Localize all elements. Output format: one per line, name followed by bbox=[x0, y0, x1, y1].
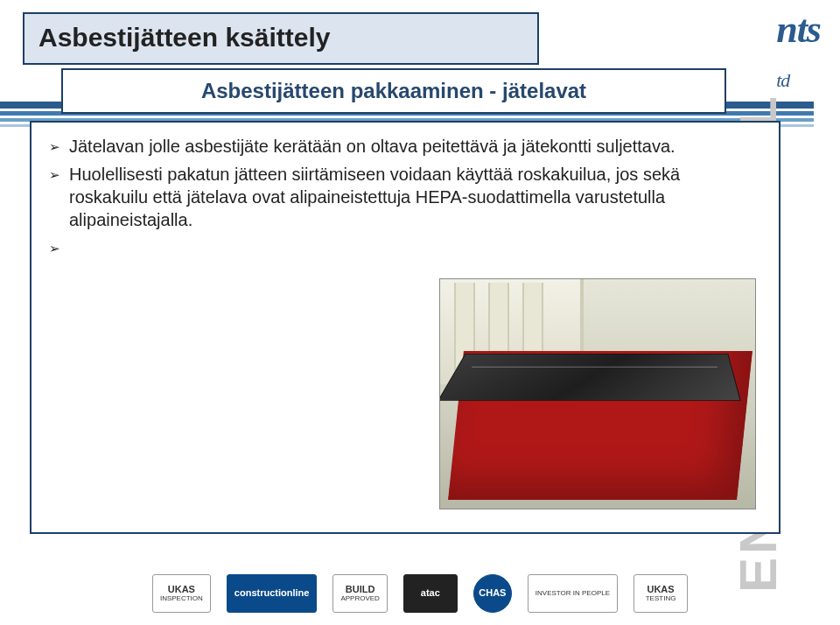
slide: nts td ENVIRONMENTAL Asbestijätteen ksäi… bbox=[0, 0, 840, 625]
bullet-marker-icon: ➢ bbox=[49, 163, 60, 184]
bullet-text: Huolellisesti pakatun jätteen siirtämise… bbox=[69, 163, 761, 231]
page-subtitle: Asbestijätteen pakkaaminen - jätelavat bbox=[77, 79, 710, 103]
logo-investor-in-people: INVESTOR IN PEOPLE bbox=[528, 574, 618, 613]
bullet-item: ➢ Jätelavan jolle asbestijäte kerätään o… bbox=[49, 135, 761, 158]
bullet-marker-icon: ➢ bbox=[49, 236, 60, 257]
brand-suffix: nts bbox=[776, 8, 821, 51]
brand-logo-fragment: nts td bbox=[776, 7, 821, 96]
bullet-item: ➢ Huolellisesti pakatun jätteen siirtämi… bbox=[49, 163, 761, 231]
page-title: Asbestijätteen ksäittely bbox=[38, 23, 523, 53]
bullet-text: Jätelavan jolle asbestijäte kerätään on … bbox=[69, 135, 761, 158]
logo-chas: CHAS bbox=[473, 574, 512, 613]
skip-lid-shape bbox=[439, 354, 741, 401]
brand-ltd: td bbox=[776, 69, 789, 91]
bullet-marker-icon: ➢ bbox=[49, 135, 60, 156]
content-box: ➢ Jätelavan jolle asbestijäte kerätään o… bbox=[30, 121, 780, 534]
logo-ukas-inspection: UKAS INSPECTION bbox=[152, 574, 211, 613]
logo-ukas-testing: UKAS TESTING bbox=[634, 574, 688, 613]
logo-buildsafe: BUILD APPROVED bbox=[332, 574, 387, 613]
logo-constructionline: constructionline bbox=[227, 574, 318, 613]
title-box: Asbestijätteen ksäittely bbox=[23, 12, 539, 65]
footer-accreditation-logos: UKAS INSPECTION constructionline BUILD A… bbox=[0, 574, 840, 613]
bullet-item-empty: ➢ bbox=[49, 236, 761, 257]
logo-atac: atac bbox=[403, 574, 458, 613]
subtitle-box: Asbestijätteen pakkaaminen - jätelavat bbox=[61, 68, 726, 114]
skip-container-image bbox=[439, 278, 756, 509]
